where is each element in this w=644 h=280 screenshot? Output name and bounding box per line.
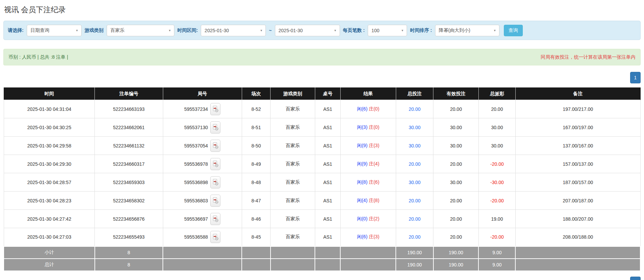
total-payout: 19.00 bbox=[478, 210, 515, 228]
session-number: 8-51 bbox=[242, 118, 271, 137]
table-number: AS1 bbox=[315, 118, 340, 137]
col-result: 结果 bbox=[340, 88, 396, 100]
bet-time: 2025-01-30 04:28:23 bbox=[4, 192, 95, 210]
remark: 187.00/157.00 bbox=[515, 173, 640, 192]
video-replay-button[interactable] bbox=[210, 103, 220, 115]
valid-bet: 20.00 bbox=[433, 192, 478, 210]
game-category: 百家乐 bbox=[271, 173, 315, 192]
video-replay-button[interactable] bbox=[210, 195, 220, 207]
per-page-select[interactable]: 100 ▾ bbox=[368, 25, 407, 36]
col-total-payout: 总派彩 bbox=[478, 88, 515, 100]
chevron-down-icon: ▾ bbox=[335, 28, 336, 32]
total-bet-link[interactable]: 20.00 bbox=[409, 106, 421, 112]
remark: 197.00/217.00 bbox=[515, 100, 640, 118]
result-cell: 闲(6) 庄(3) bbox=[340, 228, 396, 246]
video-replay-button[interactable] bbox=[210, 213, 220, 225]
table-number: AS1 bbox=[315, 155, 340, 173]
session-number: 8-49 bbox=[242, 155, 271, 173]
page: 视讯 会员下注纪录 请选择: 日期查询 ▾ 游戏类别 百家乐 ▾ 时间区间: 2… bbox=[0, 0, 644, 280]
per-page-value: 100 bbox=[371, 28, 379, 33]
bet-number: 522234659303 bbox=[95, 173, 163, 192]
banker-result: 庄(2) bbox=[369, 216, 379, 221]
round-cell: 595537054 bbox=[163, 137, 242, 155]
page-title: 视讯 会员下注纪录 bbox=[4, 5, 641, 15]
total-bet-cell: 30.00 bbox=[396, 118, 433, 137]
player-result: 闲(6) bbox=[357, 234, 367, 239]
game-category: 百家乐 bbox=[271, 118, 315, 137]
total-bet-link[interactable]: 30.00 bbox=[409, 180, 421, 185]
video-replay-button[interactable] bbox=[210, 158, 220, 170]
col-session: 场次 bbox=[242, 88, 271, 100]
total-bet-link[interactable]: 20.00 bbox=[409, 198, 421, 203]
banker-result: 庄(3) bbox=[369, 143, 379, 148]
subtotal-valid-bet: 190.00 bbox=[433, 246, 478, 259]
table-row: 2025-01-30 04:28:23 522234658302 5955368… bbox=[4, 192, 640, 210]
date-from-select[interactable]: 2025-01-30 ▾ bbox=[201, 25, 266, 36]
subtotal-payout: 9.00 bbox=[478, 246, 515, 259]
sort-select[interactable]: 降幂(由大到小) ▾ bbox=[435, 25, 499, 36]
page-1-button[interactable]: 1 bbox=[630, 72, 641, 83]
round-number: 595537130 bbox=[184, 125, 208, 130]
grand-total-total-bet: 190.00 bbox=[396, 259, 433, 271]
remark: 188.00/207.00 bbox=[515, 210, 640, 228]
session-number: 8-45 bbox=[242, 228, 271, 246]
round-cell: 595536588 bbox=[163, 228, 242, 246]
total-bet-cell: 20.00 bbox=[396, 155, 433, 173]
round-number: 595537054 bbox=[184, 143, 208, 148]
grand-total-valid-bet: 190.00 bbox=[433, 259, 478, 271]
remark: 208.00/188.00 bbox=[515, 228, 640, 246]
table-header: 时间 注单编号 局号 场次 游戏类别 桌号 结果 总投注 有效投注 总派彩 备注 bbox=[4, 88, 640, 100]
valid-bet: 20.00 bbox=[433, 155, 478, 173]
player-result: 闲(3) bbox=[357, 124, 367, 130]
video-file-icon bbox=[212, 197, 219, 204]
total-bet-link[interactable]: 30.00 bbox=[409, 125, 421, 130]
video-file-icon bbox=[212, 124, 219, 131]
video-replay-button[interactable] bbox=[210, 140, 220, 152]
bet-time: 2025-01-30 04:27:42 bbox=[4, 210, 95, 228]
sort-label: 时间排序 : bbox=[410, 27, 432, 34]
date-to-select[interactable]: 2025-01-30 ▾ bbox=[275, 25, 340, 36]
table-row: 2025-01-30 04:29:30 522234660317 5955369… bbox=[4, 155, 640, 173]
time-range-label: 时间区间: bbox=[177, 27, 198, 34]
table-number: AS1 bbox=[315, 210, 340, 228]
total-bet-link[interactable]: 20.00 bbox=[409, 216, 421, 222]
valid-bet: 30.00 bbox=[433, 137, 478, 155]
query-type-select[interactable]: 日期查询 ▾ bbox=[27, 25, 82, 36]
grand-total-label: 总计 bbox=[4, 259, 95, 271]
total-bet-link[interactable]: 20.00 bbox=[409, 234, 421, 240]
table-row: 2025-01-30 04:28:57 522234659303 5955368… bbox=[4, 173, 640, 192]
video-file-icon bbox=[212, 105, 219, 113]
valid-bet: 20.00 bbox=[433, 228, 478, 246]
player-result: 闲(6) bbox=[357, 106, 367, 112]
round-cell: 595536697 bbox=[163, 210, 242, 228]
subtotal-row: 小计 8 190.00 190.00 9.00 bbox=[4, 246, 640, 259]
video-replay-button[interactable] bbox=[210, 121, 220, 134]
result-cell: 闲(6) 庄(0) bbox=[340, 100, 396, 118]
total-payout: 30.00 bbox=[478, 137, 515, 155]
table-number: AS1 bbox=[315, 173, 340, 192]
player-result: 闲(9) bbox=[357, 143, 367, 148]
banker-result: 庄(3) bbox=[369, 234, 379, 239]
bet-number: 522234663193 bbox=[95, 100, 163, 118]
table-row: 2025-01-30 04:27:03 522234655493 5955365… bbox=[4, 228, 640, 246]
bet-number: 522234655493 bbox=[95, 228, 163, 246]
round-number: 595536803 bbox=[184, 198, 208, 203]
result-cell: 闲(9) 庄(3) bbox=[340, 137, 396, 155]
round-number: 595536588 bbox=[184, 234, 208, 240]
search-button[interactable]: 查询 bbox=[504, 25, 523, 36]
page-1-button[interactable]: 1 bbox=[630, 277, 641, 280]
info-bar: 币别 : 人民币 | 总共 :8 注单 | 同局有效投注，统一计算在该局第一张注… bbox=[3, 49, 641, 65]
round-number: 595537234 bbox=[184, 106, 208, 112]
player-result: 闲(4) bbox=[357, 198, 367, 203]
video-file-icon bbox=[212, 215, 219, 222]
bet-time: 2025-01-30 04:29:30 bbox=[4, 155, 95, 173]
bet-number: 522234658302 bbox=[95, 192, 163, 210]
total-bet-link[interactable]: 20.00 bbox=[409, 161, 421, 167]
total-payout: -20.00 bbox=[478, 192, 515, 210]
video-replay-button[interactable] bbox=[210, 231, 220, 243]
game-category-select[interactable]: 百家乐 ▾ bbox=[107, 25, 174, 36]
total-bet-link[interactable]: 30.00 bbox=[409, 143, 421, 148]
bet-time: 2025-01-30 04:31:04 bbox=[4, 100, 95, 118]
total-payout: 20.00 bbox=[478, 100, 515, 118]
video-replay-button[interactable] bbox=[210, 176, 220, 188]
